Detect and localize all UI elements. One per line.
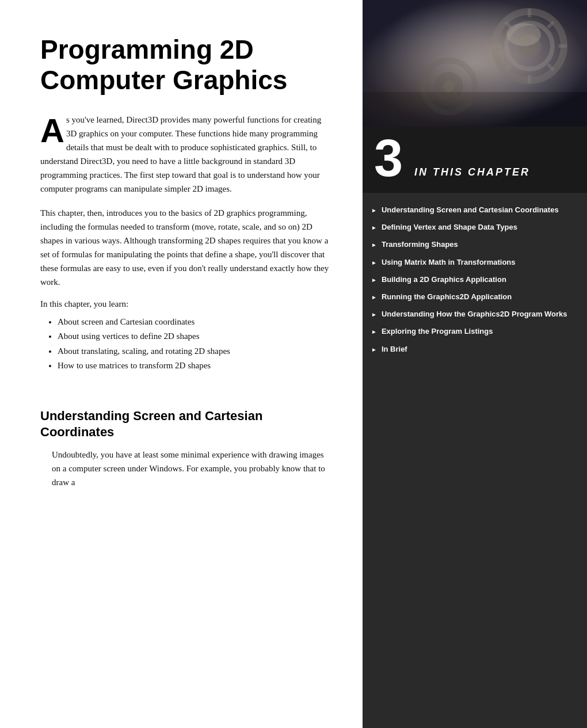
- bullet-icon: ►: [371, 207, 377, 214]
- section1-heading: Understanding Screen and Cartesian Coord…: [40, 408, 334, 441]
- svg-point-15: [506, 23, 541, 46]
- bullet-icon: ►: [371, 242, 377, 248]
- svg-rect-0: [363, 0, 587, 127]
- intro-paragraph-1: As you've learned, Direct3D provides man…: [40, 113, 334, 196]
- sidebar-item-label: Understanding How the Graphics2D Program…: [382, 309, 567, 319]
- svg-point-13: [434, 72, 463, 101]
- list-item: How to use matrices to transform 2D shap…: [58, 359, 334, 373]
- learn-label: In this chapter, you learn:: [40, 299, 334, 309]
- chapter-number-block: 3 IN THIS CHAPTER: [363, 127, 587, 193]
- sidebar-item-label: Defining Vertex and Shape Data Types: [382, 222, 517, 232]
- sidebar-item-understanding-screen[interactable]: ► Understanding Screen and Cartesian Coo…: [363, 201, 587, 219]
- bullet-icon: ►: [371, 311, 377, 318]
- sidebar-item-label: Building a 2D Graphics Application: [382, 275, 506, 285]
- svg-line-8: [505, 22, 511, 28]
- sidebar-nav: ► Understanding Screen and Cartesian Coo…: [363, 193, 587, 728]
- svg-point-2: [506, 23, 552, 69]
- svg-point-12: [423, 60, 475, 112]
- list-item: About screen and Cartesian coordinates: [58, 315, 334, 330]
- intro-paragraph-2: This chapter, then, introduces you to th…: [40, 206, 334, 289]
- sidebar-item-label: Transforming Shapes: [382, 239, 458, 250]
- sidebar-item-understanding-how[interactable]: ► Understanding How the Graphics2D Progr…: [363, 306, 587, 323]
- main-content: Programming 2D Computer Graphics As you'…: [0, 0, 363, 728]
- svg-point-1: [495, 12, 564, 81]
- svg-rect-16: [363, 92, 587, 127]
- svg-point-3: [518, 35, 541, 58]
- chapter-header-image: [363, 0, 587, 127]
- learn-bullet-list: About screen and Cartesian coordinates A…: [58, 315, 334, 373]
- svg-line-10: [548, 22, 554, 28]
- bullet-icon: ►: [371, 294, 377, 300]
- sidebar: 3 IN THIS CHAPTER ► Understanding Screen…: [363, 0, 587, 728]
- svg-line-9: [548, 64, 554, 70]
- bullet-icon: ►: [371, 260, 377, 266]
- sidebar-item-transforming-shapes[interactable]: ► Transforming Shapes: [363, 236, 587, 253]
- chapter-number: 3: [374, 132, 403, 184]
- bullet-icon: ►: [371, 346, 377, 353]
- svg-line-11: [505, 64, 511, 70]
- drop-cap: A: [40, 116, 64, 144]
- sidebar-item-running-app[interactable]: ► Running the Graphics2D Application: [363, 288, 587, 306]
- sidebar-item-label: Running the Graphics2D Application: [382, 292, 512, 302]
- sidebar-item-matrix-math[interactable]: ► Using Matrix Math in Transformations: [363, 254, 587, 271]
- header-decoration: [363, 0, 587, 127]
- in-this-chapter-label: IN THIS CHAPTER: [414, 166, 530, 184]
- list-item: About translating, scaling, and rotating…: [58, 344, 334, 359]
- sidebar-item-label: Using Matrix Math in Transformations: [382, 257, 516, 268]
- bullet-icon: ►: [371, 329, 377, 335]
- sidebar-item-label: Understanding Screen and Cartesian Coord…: [382, 205, 559, 215]
- bullet-icon: ►: [371, 224, 377, 231]
- intro-text-1: s you've learned, Direct3D provides many…: [40, 115, 321, 193]
- svg-point-14: [443, 81, 455, 92]
- section1-body: Undoubtedly, you have at least some mini…: [52, 448, 334, 489]
- sidebar-item-in-brief[interactable]: ► In Brief: [363, 341, 587, 358]
- sidebar-item-defining-vertex[interactable]: ► Defining Vertex and Shape Data Types: [363, 219, 587, 236]
- sidebar-item-exploring-listings[interactable]: ► Exploring the Program Listings: [363, 323, 587, 340]
- list-item: About using vertices to define 2D shapes: [58, 329, 334, 344]
- bullet-icon: ►: [371, 277, 377, 283]
- sidebar-item-label: Exploring the Program Listings: [382, 326, 493, 337]
- sidebar-item-building-app[interactable]: ► Building a 2D Graphics Application: [363, 271, 587, 288]
- page-title: Programming 2D Computer Graphics: [40, 35, 334, 96]
- sidebar-item-label: In Brief: [382, 344, 407, 355]
